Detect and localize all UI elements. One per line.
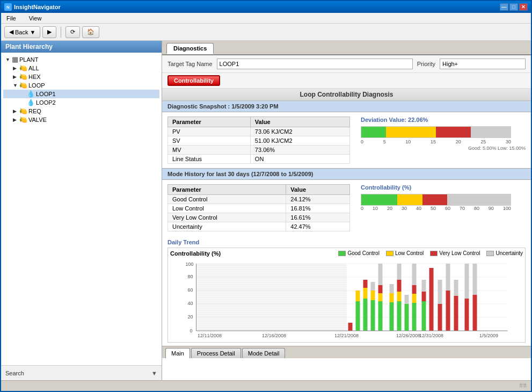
ctrl-gray-bar <box>447 194 511 205</box>
refresh-button[interactable]: ⟳ <box>65 26 80 38</box>
trend-chart-wrapper: Controllability (%) Good Control Low Con… <box>167 248 526 343</box>
svg-text:40: 40 <box>188 301 193 306</box>
close-button[interactable]: ✕ <box>519 3 528 11</box>
app-icon: N <box>4 3 12 11</box>
snapshot-header: Diagnostic Snapshot : 1/5/2009 3:20 PM <box>162 101 531 112</box>
tree-label-all[interactable]: ALL <box>28 65 39 71</box>
svg-text:100: 100 <box>186 262 194 267</box>
svg-rect-38 <box>412 294 417 303</box>
maximize-button[interactable]: □ <box>509 3 518 11</box>
hex-toggle[interactable]: ▶ <box>13 74 18 79</box>
legend-low: Low Control <box>386 250 424 256</box>
tree-item-all: ▶ 🍋 ALL <box>3 64 159 72</box>
plant-tree: ▼ ▦ PLANT ▶ 🍋 ALL ▶ 🍋 HEX ▼ <box>1 53 162 365</box>
svg-rect-53 <box>473 295 477 331</box>
plant-toggle[interactable]: ▼ <box>5 57 11 62</box>
search-label: Search <box>5 370 24 376</box>
svg-text:60: 60 <box>188 287 193 293</box>
tab-mode-detail[interactable]: Mode Detail <box>242 348 286 358</box>
svg-rect-17 <box>356 291 360 301</box>
svg-text:12/11/2008: 12/11/2008 <box>198 333 222 338</box>
svg-text:20: 20 <box>188 314 193 320</box>
all-toggle[interactable]: ▶ <box>13 66 18 71</box>
daily-trend-title: Daily Trend <box>167 239 526 245</box>
svg-rect-20 <box>363 280 368 288</box>
tree-label-hex[interactable]: HEX <box>28 74 41 80</box>
tree-label-loop1[interactable]: LOOP1 <box>36 91 56 97</box>
param-name-sv: SV <box>168 136 251 146</box>
svg-rect-26 <box>378 285 383 293</box>
content-tab-bar: Diagnostics <box>162 41 531 55</box>
sidebar-expand-icon[interactable]: ▼ <box>151 370 157 376</box>
tab-diagnostics[interactable]: Diagnostics <box>166 43 214 54</box>
tab-main[interactable]: Main <box>165 348 190 358</box>
legend-low-color <box>386 251 393 256</box>
bottom-tab-bar: Main Process Detail Mode Detail <box>162 346 531 358</box>
deviation-gray-bar <box>471 127 511 137</box>
svg-rect-12 <box>196 264 347 331</box>
param-value-linestatus: ON <box>250 155 349 164</box>
req-toggle[interactable]: ▶ <box>13 108 18 114</box>
table-row: MV 73.06% <box>168 146 350 155</box>
table-row: Very Low Control 16.61% <box>168 213 350 222</box>
minimize-button[interactable]: — <box>500 3 508 11</box>
table-row: Uncertainty 42.47% <box>168 222 350 231</box>
ctrl-yellow-bar <box>397 194 422 205</box>
back-dropdown-icon[interactable]: ▼ <box>30 29 35 35</box>
tab-process-detail[interactable]: Process Detail <box>191 348 241 358</box>
resize-grip: ⠿⠿ <box>519 383 527 389</box>
valve-toggle[interactable]: ▶ <box>13 117 18 122</box>
menu-file[interactable]: File <box>3 14 19 23</box>
tree-label-plant[interactable]: PLANT <box>19 56 38 63</box>
menu-view[interactable]: View <box>26 14 45 23</box>
plant-grid-icon: ▦ <box>12 55 18 63</box>
value-col-header: Value <box>250 117 349 127</box>
svg-rect-19 <box>363 288 368 299</box>
forward-button[interactable]: ▶ <box>42 26 56 38</box>
priority-input[interactable] <box>440 59 526 69</box>
svg-text:80: 80 <box>188 274 193 279</box>
mode-section: Parameter Value Good Control 24.12% Low … <box>162 180 531 236</box>
deviation-red-bar <box>436 127 471 137</box>
tree-label-loop[interactable]: LOOP <box>28 82 45 89</box>
toolbar-separator <box>61 27 61 38</box>
svg-rect-33 <box>397 280 402 292</box>
mode-good-value: 24.12% <box>286 195 350 204</box>
tree-label-valve[interactable]: VALVE <box>28 117 47 123</box>
plant-hierarchy-panel: Plant Hierarchy ▼ ▦ PLANT ▶ 🍋 ALL ▶ 🍋 <box>1 41 162 380</box>
tree-label-loop2[interactable]: LOOP2 <box>36 99 56 106</box>
tree-item-plant: ▼ ▦ PLANT <box>3 55 159 64</box>
svg-rect-49 <box>454 296 458 331</box>
back-button[interactable]: ◀ Back ▼ <box>4 26 40 38</box>
title-bar: N InsightNavigator — □ ✕ <box>1 1 531 13</box>
mode-uncertainty-value: 42.47% <box>286 222 350 231</box>
target-tag-input[interactable] <box>217 59 413 69</box>
controllability-button[interactable]: Controllability <box>167 75 220 86</box>
mode-verylow-value: 16.61% <box>286 213 350 222</box>
svg-rect-37 <box>412 303 417 331</box>
param-name-linestatus: Line Status <box>168 155 251 164</box>
loop-icon: 🍋 <box>19 82 27 89</box>
deviation-green-bar <box>361 127 386 137</box>
section-header: Loop Controllability Diagnosis <box>162 89 531 101</box>
svg-rect-54 <box>473 264 477 295</box>
tree-label-req[interactable]: REQ <box>28 108 41 114</box>
legend-good-label: Good Control <box>347 250 379 256</box>
param-value-mv: 73.06% <box>250 146 349 155</box>
svg-rect-31 <box>397 301 402 331</box>
table-row: PV 73.06 KJ/CM2 <box>168 127 350 136</box>
home-button[interactable]: 🏠 <box>82 26 99 38</box>
svg-rect-27 <box>378 264 383 285</box>
svg-rect-15 <box>348 323 353 331</box>
svg-rect-41 <box>422 301 426 331</box>
loop-toggle[interactable]: ▼ <box>13 83 18 88</box>
svg-rect-51 <box>465 299 469 331</box>
table-row: Low Control 16.81% <box>168 204 350 213</box>
svg-rect-47 <box>446 291 450 331</box>
loop2-icon: 💧 <box>27 99 35 106</box>
hex-icon: 🍋 <box>19 73 27 81</box>
svg-rect-52 <box>465 264 469 299</box>
svg-rect-30 <box>390 284 394 293</box>
plant-hierarchy-title: Plant Hierarchy <box>1 41 162 53</box>
svg-rect-29 <box>390 293 394 302</box>
